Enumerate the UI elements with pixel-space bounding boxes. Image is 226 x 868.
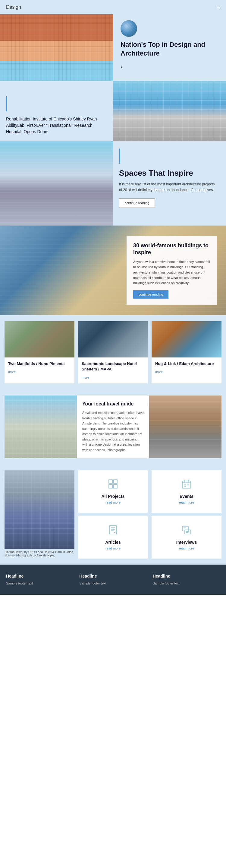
svg-point-8 <box>184 484 186 486</box>
events-more-link[interactable]: read more <box>179 501 194 504</box>
rehab-text-col: Rehabilitation Institute of Chicago's Sh… <box>0 81 113 141</box>
globe-icon <box>120 20 137 37</box>
travel-title: Your local travel guide <box>82 401 144 407</box>
blue-accent-bar <box>6 96 7 112</box>
buildings-continue-button[interactable]: continue reading <box>133 290 168 299</box>
spaces-description: If is there any list of the most importa… <box>119 181 219 193</box>
footer-col-2-title: Headline <box>79 574 146 579</box>
card-1-more-link[interactable]: more <box>8 370 16 374</box>
site-title: Design <box>6 4 21 10</box>
rehab-section: Rehabilitation Institute of Chicago's Sh… <box>0 81 226 141</box>
footer-col-3-text: Sample footer text <box>153 581 220 586</box>
card-3: Hug & Link / Edam Architecture more <box>152 321 222 383</box>
buildings-title: 30 world-famous buildings to inspire <box>133 242 210 256</box>
footer-col-1-title: Headline <box>6 574 73 579</box>
svg-rect-16 <box>185 530 191 534</box>
card-2-body: Sacromonte Landscape Hotel Shelters / MA… <box>78 358 148 383</box>
all-projects-section: Flatiron Tower by DRDH and Helen & Hard … <box>0 464 226 565</box>
travel-content: Your local travel guide Small and mid-si… <box>77 396 149 458</box>
events-card: Events read more <box>152 470 222 513</box>
travel-secondary-img <box>149 396 222 458</box>
tower-building-img <box>0 141 113 225</box>
buildings-content: 30 world-famous buildings to inspire Any… <box>0 225 226 315</box>
travel-right-image <box>149 396 222 458</box>
rehab-description: Rehabilitation Institute of Chicago's Sh… <box>6 116 107 135</box>
svg-rect-11 <box>109 526 117 534</box>
card-2-title: Sacromonte Landscape Hotel Shelters / MA… <box>82 361 144 372</box>
header: Design ≡ <box>0 0 226 14</box>
building-caption: Flatiron Tower by DRDH and Helen & Hard … <box>4 549 74 559</box>
card-3-image <box>152 321 222 358</box>
buildings-section: 30 world-famous buildings to inspire Any… <box>0 225 226 315</box>
card-2-more-link[interactable]: more <box>82 376 89 379</box>
buildings-description: Anyone with a creative bone in their bod… <box>133 259 210 286</box>
travel-building-image <box>4 396 77 458</box>
svg-point-9 <box>187 484 189 486</box>
hero-headline: Nation's Top in Design and Architecture <box>120 40 219 58</box>
card-2-image <box>78 321 148 358</box>
hero-section: Nation's Top in Design and Architecture … <box>0 14 226 81</box>
all-projects-card: All Projects read more <box>78 470 148 513</box>
articles-card: Articles read more <box>78 516 148 559</box>
events-icon <box>181 478 192 492</box>
buildings-card: 30 world-famous buildings to inspire Any… <box>126 236 217 305</box>
footer: Headline Sample footer text Headline Sam… <box>0 565 226 595</box>
interviews-card: Interviews read more <box>152 516 222 559</box>
card-2: Sacromonte Landscape Hotel Shelters / MA… <box>78 321 148 383</box>
spaces-section: Spaces That Inspire If is there any list… <box>0 141 226 225</box>
footer-col-2-text: Sample footer text <box>79 581 146 586</box>
footer-col-1-text: Sample footer text <box>6 581 73 586</box>
hero-arrow[interactable]: › <box>120 62 219 70</box>
articles-icon <box>108 524 118 537</box>
footer-col-2: Headline Sample footer text <box>79 574 146 586</box>
big-building-col: Flatiron Tower by DRDH and Helen & Hard … <box>4 470 74 559</box>
travel-section: Your local travel guide Small and mid-si… <box>0 390 226 464</box>
travel-building-img <box>4 396 77 458</box>
blue-accent-bar2 <box>119 149 120 164</box>
svg-point-10 <box>184 486 186 487</box>
all-projects-title: All Projects <box>101 494 124 499</box>
card-3-title: Hug & Link / Edam Architecture <box>155 361 218 367</box>
glass-building-img <box>113 81 226 141</box>
card-1: Two Manifolds / Nuno Pimenta more <box>4 321 74 383</box>
svg-rect-4 <box>182 481 191 488</box>
interviews-title: Interviews <box>176 540 197 545</box>
all-projects-icon <box>108 478 118 492</box>
travel-description: Small and mid-size companies often have … <box>82 410 144 453</box>
footer-col-3: Headline Sample footer text <box>153 574 220 586</box>
spaces-content: Spaces That Inspire If is there any list… <box>113 141 226 225</box>
articles-title: Articles <box>105 540 120 545</box>
events-title: Events <box>180 494 193 499</box>
hero-content: Nation's Top in Design and Architecture … <box>113 14 226 81</box>
tower-image-col <box>0 141 113 225</box>
hero-building-image <box>0 14 113 81</box>
card-1-body: Two Manifolds / Nuno Pimenta more <box>4 358 74 378</box>
card-1-title: Two Manifolds / Nuno Pimenta <box>8 361 71 367</box>
articles-more-link[interactable]: read more <box>106 547 120 550</box>
card-1-image <box>4 321 74 358</box>
rehab-building-image <box>113 81 226 141</box>
svg-rect-3 <box>114 485 117 488</box>
svg-rect-2 <box>109 485 112 488</box>
project-cards-section: Two Manifolds / Nuno Pimenta more Sacrom… <box>0 315 226 390</box>
svg-rect-0 <box>109 480 112 483</box>
big-building-image <box>4 470 74 549</box>
footer-col-3-title: Headline <box>153 574 220 579</box>
spaces-continue-button[interactable]: continue reading <box>119 198 155 208</box>
interviews-icon <box>181 524 192 537</box>
all-projects-more-link[interactable]: read more <box>106 501 120 504</box>
footer-col-1: Headline Sample footer text <box>6 574 73 586</box>
card-3-body: Hug & Link / Edam Architecture more <box>152 358 222 378</box>
menu-icon[interactable]: ≡ <box>217 4 220 10</box>
svg-rect-1 <box>114 480 117 483</box>
svg-rect-15 <box>182 526 188 531</box>
interviews-more-link[interactable]: read more <box>179 547 194 550</box>
card-3-more-link[interactable]: more <box>155 370 163 374</box>
hero-image-left <box>0 14 113 81</box>
spaces-title: Spaces That Inspire <box>119 168 219 179</box>
